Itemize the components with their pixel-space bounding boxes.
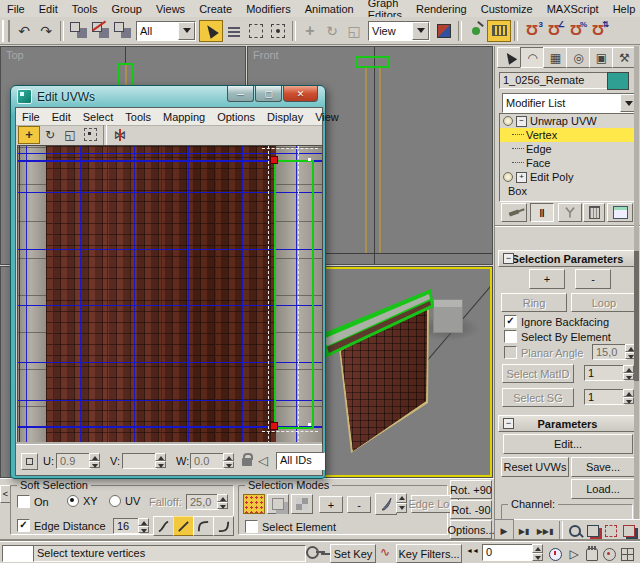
zoom-extents-all-icon[interactable] xyxy=(620,520,638,542)
spin-up-icon[interactable] xyxy=(155,453,166,461)
spin-up-icon[interactable] xyxy=(223,453,234,461)
select-and-manipulate-icon[interactable] xyxy=(465,20,487,42)
maximize-button[interactable]: ▢ xyxy=(255,86,282,102)
menu-tools[interactable]: Tools xyxy=(65,2,105,16)
falloff-spinner[interactable] xyxy=(217,494,228,509)
vertex-mode-button[interactable] xyxy=(243,494,265,514)
unlink-selection-icon[interactable] xyxy=(89,20,111,42)
spin-down-icon[interactable] xyxy=(623,373,634,381)
planar-angle-checkbox[interactable]: Planar Angle xyxy=(504,346,583,359)
next-frame-icon[interactable]: ▶▮ xyxy=(514,520,534,542)
load-button[interactable]: Load... xyxy=(571,479,635,499)
dialog-menu-select[interactable]: Select xyxy=(77,110,120,124)
edge-distance-spinner[interactable] xyxy=(138,518,149,533)
spin-up-icon[interactable] xyxy=(532,544,543,553)
edge-distance-checkbox[interactable]: ✓ Edge Distance xyxy=(17,519,106,532)
spinner-snap-icon[interactable]: Ω⇅ xyxy=(587,20,609,42)
ignore-backfacing-checkbox[interactable]: ✓ Ignore Backfacing xyxy=(504,315,609,328)
checkbox-icon[interactable] xyxy=(17,495,30,508)
unselected-vertex-handle[interactable] xyxy=(308,158,311,161)
zoom-extents-icon[interactable] xyxy=(602,520,620,542)
redo-icon[interactable]: ↷ xyxy=(35,20,57,42)
checkbox-icon[interactable] xyxy=(504,330,517,343)
ring-button[interactable]: Ring xyxy=(501,293,567,312)
checkbox-icon[interactable]: ✓ xyxy=(17,519,30,532)
object-color-swatch[interactable] xyxy=(607,72,629,90)
expand-icon[interactable]: + xyxy=(516,172,527,183)
stack-row-box[interactable]: Box xyxy=(500,184,634,198)
stack-row-edge[interactable]: Edge xyxy=(500,142,634,156)
u-field[interactable]: 0.9 xyxy=(56,453,91,469)
chevron-down-icon[interactable] xyxy=(178,22,195,40)
select-sg-button[interactable]: Select SG xyxy=(502,388,574,407)
stack-row-face[interactable]: Face xyxy=(500,156,634,170)
toolbar-grip[interactable] xyxy=(2,20,10,42)
dialog-titlebar[interactable]: Edit UVWs ─ ▢ ✕ xyxy=(11,86,325,107)
minimize-button[interactable]: ─ xyxy=(227,86,254,102)
undo-icon[interactable]: ↶ xyxy=(13,20,35,42)
tab-hierarchy[interactable]: ▦ xyxy=(543,47,568,68)
close-button[interactable]: ✕ xyxy=(283,86,318,102)
absolute-offset-toggle[interactable] xyxy=(21,453,38,470)
spin-down-icon[interactable] xyxy=(623,397,634,405)
reference-coordinate-dropdown[interactable]: View xyxy=(368,21,430,41)
new-key-curve-icon[interactable]: ∿ xyxy=(380,545,390,559)
make-unique-button[interactable] xyxy=(558,203,582,222)
v-field[interactable] xyxy=(122,453,157,469)
frame-spinner[interactable] xyxy=(532,544,543,561)
save-button[interactable]: Save... xyxy=(571,457,635,477)
keyboard-override-toggle-icon[interactable] xyxy=(487,20,511,42)
select-and-rotate-icon[interactable]: ↻ xyxy=(321,20,343,42)
tab-display[interactable]: ▣ xyxy=(589,47,614,68)
uv-editor-canvas[interactable] xyxy=(17,145,323,445)
collapse-icon[interactable]: − xyxy=(503,253,514,264)
selection-parameters-header[interactable]: − Selection Parameters xyxy=(498,250,637,267)
collapse-icon[interactable]: − xyxy=(516,116,527,127)
grow-uv-selection-button[interactable]: + xyxy=(529,269,565,289)
angle-snap-icon[interactable]: Ω∠ xyxy=(543,20,565,42)
menu-views[interactable]: Views xyxy=(149,2,192,16)
falloff-slow-curve-button[interactable] xyxy=(193,516,214,536)
options-button[interactable]: Options... xyxy=(450,520,492,539)
scale-tool-icon[interactable]: ◱ xyxy=(60,127,80,143)
use-pivot-center-icon[interactable] xyxy=(433,20,455,42)
loop-button[interactable]: Loop xyxy=(571,293,637,312)
brush-size-spinner[interactable] xyxy=(396,493,407,513)
rotate-minus-90-button[interactable]: Rot. -90 xyxy=(450,500,492,519)
panel-scrollbar[interactable] xyxy=(634,46,639,519)
face-mode-button[interactable] xyxy=(291,494,313,514)
play-animation-icon[interactable]: ▶ xyxy=(494,519,514,543)
remove-modifier-button[interactable] xyxy=(583,203,605,222)
time-configuration-icon[interactable] xyxy=(546,543,564,563)
lightbulb-icon[interactable] xyxy=(503,172,513,182)
key-filters-button[interactable]: Key Filters... xyxy=(396,544,462,563)
xy-radio[interactable]: XY xyxy=(67,495,98,507)
select-matid-button[interactable]: Select MatID xyxy=(502,364,574,383)
pan-hand-icon[interactable] xyxy=(583,543,600,563)
tab-modify[interactable]: ◠ xyxy=(520,47,545,68)
stack-row-vertex[interactable]: Vertex xyxy=(500,128,634,142)
background-box-object[interactable] xyxy=(433,299,463,333)
menu-maxscript[interactable]: MAXScript xyxy=(540,2,606,16)
edge-distance-field[interactable]: 16 xyxy=(113,518,140,534)
matid-spinner[interactable] xyxy=(623,365,634,380)
spin-down-icon[interactable] xyxy=(532,553,543,562)
stack-row-edit-poly[interactable]: + Edit Poly xyxy=(500,170,634,184)
dialog-menu-options[interactable]: Options xyxy=(211,110,261,124)
selected-object-wireframe[interactable] xyxy=(356,56,389,68)
u-spinner[interactable] xyxy=(89,453,100,468)
spin-down-icon[interactable] xyxy=(138,526,149,534)
selection-filter-dropdown[interactable]: All xyxy=(136,21,196,41)
viewport-top-label[interactable]: Top xyxy=(6,49,24,61)
mini-listener-field[interactable] xyxy=(2,545,35,562)
spin-up-icon[interactable] xyxy=(89,453,100,461)
menu-customize[interactable]: Customize xyxy=(474,2,540,16)
paint-select-button[interactable] xyxy=(375,493,397,515)
soft-selection-on-checkbox[interactable]: On xyxy=(17,495,49,508)
set-key-button[interactable]: Set Key xyxy=(330,544,376,563)
selected-vertex-handle[interactable] xyxy=(270,156,278,164)
spin-up-icon[interactable] xyxy=(138,518,149,526)
bind-to-space-warp-icon[interactable] xyxy=(111,20,133,42)
dialog-menu-display[interactable]: Display xyxy=(261,110,309,124)
falloff-field[interactable]: 25,0 xyxy=(186,494,219,510)
